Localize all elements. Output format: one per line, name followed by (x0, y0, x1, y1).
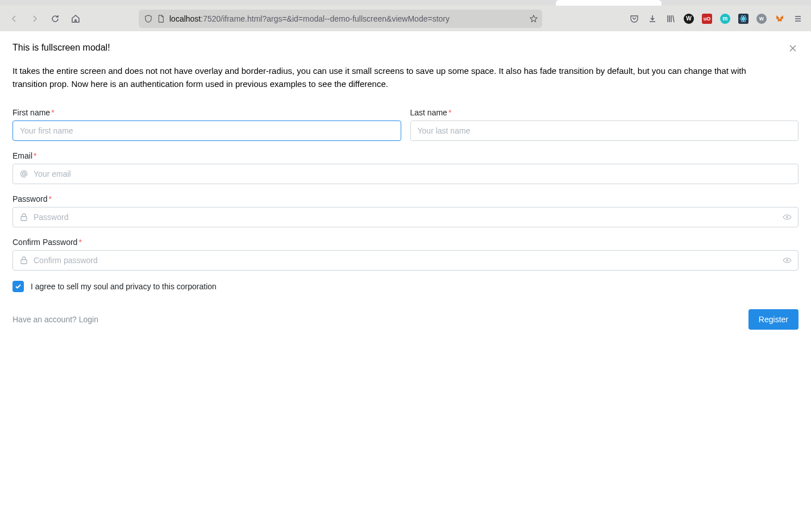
bookmark-star-icon[interactable] (530, 15, 538, 23)
svg-rect-5 (21, 217, 27, 221)
extension-w2-icon[interactable]: w (756, 14, 767, 24)
svg-rect-7 (21, 260, 27, 264)
last-name-input[interactable] (410, 120, 799, 141)
app-menu-icon[interactable] (793, 14, 803, 24)
svg-point-8 (787, 259, 788, 261)
url-bar[interactable]: localhost:7520/iframe.html?args=&id=moda… (139, 10, 542, 28)
login-link[interactable]: Have an account? Login (13, 315, 98, 324)
extension-react-icon[interactable] (738, 14, 748, 24)
browser-toolbar: localhost:7520/iframe.html?args=&id=moda… (0, 6, 811, 31)
url-text: localhost:7520/iframe.html?args=&id=moda… (169, 14, 536, 23)
first-name-input[interactable] (13, 120, 401, 141)
email-group: Email* (13, 151, 798, 184)
agree-label[interactable]: I agree to sell my soul and privacy to t… (31, 282, 217, 291)
eye-icon[interactable] (783, 213, 792, 222)
extension-m-icon[interactable]: m (720, 14, 730, 24)
lock-icon (19, 256, 28, 265)
confirm-password-input[interactable] (13, 250, 798, 271)
library-icon[interactable] (666, 14, 676, 24)
back-button[interactable] (6, 10, 23, 27)
at-icon (19, 169, 28, 178)
forward-button[interactable] (26, 10, 43, 27)
page-icon (157, 15, 165, 23)
last-name-group: Last name* (410, 108, 799, 141)
svg-point-6 (787, 216, 788, 218)
first-name-group: First name* (13, 108, 401, 141)
home-button[interactable] (67, 10, 84, 27)
email-label: Email* (13, 151, 798, 160)
active-tab[interactable] (556, 0, 662, 6)
tab-strip (0, 0, 811, 6)
shield-icon (144, 15, 152, 23)
confirm-password-label: Confirm Password* (13, 238, 798, 247)
close-button[interactable] (785, 40, 801, 56)
password-group: Password* (13, 194, 798, 227)
agree-checkbox[interactable] (13, 281, 24, 292)
reload-button[interactable] (47, 10, 64, 27)
toolbar-extensions: W uO m w (629, 14, 805, 24)
password-input[interactable] (13, 207, 798, 227)
modal-content: This is fullscreen modal! It takes the e… (0, 31, 811, 341)
eye-icon[interactable] (783, 256, 792, 265)
pocket-icon[interactable] (629, 14, 639, 24)
extension-metamask-icon[interactable] (775, 14, 785, 24)
email-input[interactable] (13, 164, 798, 184)
svg-point-4 (23, 172, 26, 175)
download-icon[interactable] (647, 14, 658, 24)
modal-title: This is fullscreen modal! (13, 43, 798, 53)
extension-ublock-icon[interactable]: uO (702, 14, 712, 24)
confirm-password-group: Confirm Password* (13, 238, 798, 271)
browser-chrome: localhost:7520/iframe.html?args=&id=moda… (0, 0, 811, 31)
register-button[interactable]: Register (748, 309, 798, 330)
last-name-label: Last name* (410, 108, 799, 117)
extension-w-icon[interactable]: W (684, 14, 694, 24)
svg-point-0 (743, 18, 745, 19)
lock-icon (19, 213, 28, 222)
first-name-label: First name* (13, 108, 401, 117)
password-label: Password* (13, 194, 798, 203)
modal-description: It takes the entire screen and does not … (13, 64, 757, 91)
